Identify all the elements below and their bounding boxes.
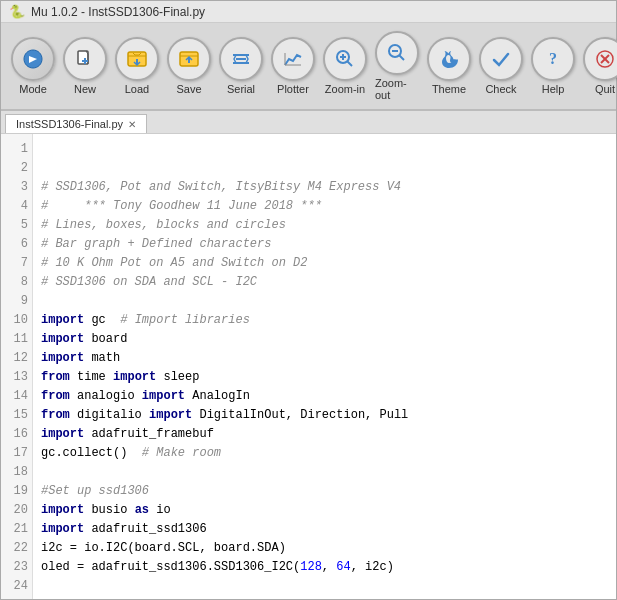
app-window: 🐍 Mu 1.0.2 - InstSSD1306-Final.py Mode <box>0 0 617 600</box>
svg-text:?: ? <box>549 50 557 67</box>
code-line: # Bar graph + Defined characters <box>41 235 608 254</box>
check-button[interactable]: Check <box>477 34 525 98</box>
code-line: import math <box>41 349 608 368</box>
serial-button[interactable]: Serial <box>217 34 265 98</box>
zoom-in-button[interactable]: Zoom-in <box>321 34 369 98</box>
help-label: Help <box>542 83 565 95</box>
load-button[interactable]: Load <box>113 34 161 98</box>
code-line: import busio as io <box>41 501 608 520</box>
code-area[interactable]: # SSD1306, Pot and Switch, ItsyBitsy M4 … <box>33 134 616 599</box>
code-line: # SSD1306 on SDA and SCL - I2C <box>41 273 608 292</box>
code-line: # Set up Potentiometer and button switch <box>41 596 608 599</box>
plotter-button[interactable]: Plotter <box>269 34 317 98</box>
file-tab[interactable]: InstSSD1306-Final.py ✕ <box>5 114 147 133</box>
tab-bar: InstSSD1306-Final.py ✕ <box>1 111 616 134</box>
app-icon: 🐍 <box>9 4 25 19</box>
code-line: import board <box>41 330 608 349</box>
line-numbers: 1234567891011121314151617181920212223242… <box>1 134 33 599</box>
save-button[interactable]: Save <box>165 34 213 98</box>
new-label: New <box>74 83 96 95</box>
code-line: oled = adafruit_ssd1306.SSD1306_I2C(128,… <box>41 558 608 577</box>
zoom-out-button[interactable]: Zoom-out <box>373 28 421 104</box>
new-button[interactable]: New <box>61 34 109 98</box>
title-bar: 🐍 Mu 1.0.2 - InstSSD1306-Final.py <box>1 1 616 23</box>
mode-button[interactable]: Mode <box>9 34 57 98</box>
editor: 1234567891011121314151617181920212223242… <box>1 134 616 599</box>
code-line: gc.collect() # Make room <box>41 444 608 463</box>
code-line: # 10 K Ohm Pot on A5 and Switch on D2 <box>41 254 608 273</box>
theme-button[interactable]: Theme <box>425 34 473 98</box>
help-button[interactable]: ? Help <box>529 34 577 98</box>
tab-close-button[interactable]: ✕ <box>128 119 136 130</box>
code-line: import adafruit_framebuf <box>41 425 608 444</box>
quit-button[interactable]: Quit <box>581 34 617 98</box>
zoom-out-label: Zoom-out <box>375 77 419 101</box>
zoom-in-label: Zoom-in <box>325 83 365 95</box>
tab-filename: InstSSD1306-Final.py <box>16 118 123 130</box>
code-line: from time import sleep <box>41 368 608 387</box>
plotter-label: Plotter <box>277 83 309 95</box>
serial-label: Serial <box>227 83 255 95</box>
save-label: Save <box>176 83 201 95</box>
code-line: import adafruit_ssd1306 <box>41 520 608 539</box>
code-line: import gc # Import libraries <box>41 311 608 330</box>
load-label: Load <box>125 83 149 95</box>
code-line: from analogio import AnalogIn <box>41 387 608 406</box>
svg-rect-0 <box>78 51 88 64</box>
svg-line-14 <box>400 56 405 61</box>
code-line <box>41 577 608 596</box>
code-line: i2c = io.I2C(board.SCL, board.SDA) <box>41 539 608 558</box>
code-line: # *** Tony Goodhew 11 June 2018 *** <box>41 197 608 216</box>
code-line: # SSD1306, Pot and Switch, ItsyBitsy M4 … <box>41 178 608 197</box>
theme-label: Theme <box>432 83 466 95</box>
mode-label: Mode <box>19 83 47 95</box>
code-line: # Lines, boxes, blocks and circles <box>41 216 608 235</box>
toolbar: Mode New <box>1 23 616 111</box>
code-line: #Set up ssd1306 <box>41 482 608 501</box>
quit-label: Quit <box>595 83 615 95</box>
code-line <box>41 463 608 482</box>
code-line: from digitalio import DigitalInOut, Dire… <box>41 406 608 425</box>
svg-line-10 <box>348 62 353 67</box>
code-line <box>41 292 608 311</box>
window-title: Mu 1.0.2 - InstSSD1306-Final.py <box>31 5 205 19</box>
check-label: Check <box>485 83 516 95</box>
